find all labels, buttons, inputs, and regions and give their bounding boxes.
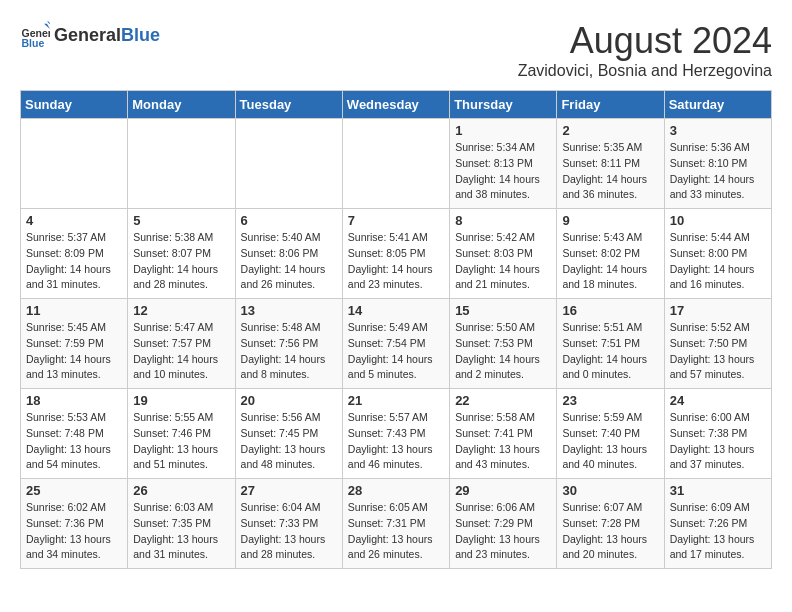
logo-icon: General Blue (20, 20, 50, 50)
day-number: 19 (133, 393, 229, 408)
day-info: Sunrise: 5:34 AM Sunset: 8:13 PM Dayligh… (455, 140, 551, 203)
calendar-table: SundayMondayTuesdayWednesdayThursdayFrid… (20, 90, 772, 569)
day-info: Sunrise: 5:53 AM Sunset: 7:48 PM Dayligh… (26, 410, 122, 473)
day-info: Sunrise: 5:35 AM Sunset: 8:11 PM Dayligh… (562, 140, 658, 203)
month-title: August 2024 (518, 20, 772, 62)
day-number: 8 (455, 213, 551, 228)
day-number: 12 (133, 303, 229, 318)
calendar-cell (235, 119, 342, 209)
weekday-header-monday: Monday (128, 91, 235, 119)
day-info: Sunrise: 6:03 AM Sunset: 7:35 PM Dayligh… (133, 500, 229, 563)
day-number: 1 (455, 123, 551, 138)
day-info: Sunrise: 5:37 AM Sunset: 8:09 PM Dayligh… (26, 230, 122, 293)
day-number: 11 (26, 303, 122, 318)
day-number: 25 (26, 483, 122, 498)
day-info: Sunrise: 5:52 AM Sunset: 7:50 PM Dayligh… (670, 320, 766, 383)
day-info: Sunrise: 5:40 AM Sunset: 8:06 PM Dayligh… (241, 230, 337, 293)
day-number: 24 (670, 393, 766, 408)
calendar-cell: 20Sunrise: 5:56 AM Sunset: 7:45 PM Dayli… (235, 389, 342, 479)
day-info: Sunrise: 5:59 AM Sunset: 7:40 PM Dayligh… (562, 410, 658, 473)
day-info: Sunrise: 6:05 AM Sunset: 7:31 PM Dayligh… (348, 500, 444, 563)
calendar-cell: 1Sunrise: 5:34 AM Sunset: 8:13 PM Daylig… (450, 119, 557, 209)
day-info: Sunrise: 5:51 AM Sunset: 7:51 PM Dayligh… (562, 320, 658, 383)
calendar-cell: 27Sunrise: 6:04 AM Sunset: 7:33 PM Dayli… (235, 479, 342, 569)
calendar-cell: 29Sunrise: 6:06 AM Sunset: 7:29 PM Dayli… (450, 479, 557, 569)
day-number: 14 (348, 303, 444, 318)
calendar-cell: 14Sunrise: 5:49 AM Sunset: 7:54 PM Dayli… (342, 299, 449, 389)
weekday-header-friday: Friday (557, 91, 664, 119)
calendar-cell: 6Sunrise: 5:40 AM Sunset: 8:06 PM Daylig… (235, 209, 342, 299)
day-number: 16 (562, 303, 658, 318)
day-number: 21 (348, 393, 444, 408)
calendar-cell: 24Sunrise: 6:00 AM Sunset: 7:38 PM Dayli… (664, 389, 771, 479)
day-info: Sunrise: 6:00 AM Sunset: 7:38 PM Dayligh… (670, 410, 766, 473)
day-number: 30 (562, 483, 658, 498)
weekday-header-tuesday: Tuesday (235, 91, 342, 119)
day-number: 4 (26, 213, 122, 228)
location-subtitle: Zavidovici, Bosnia and Herzegovina (518, 62, 772, 80)
day-number: 13 (241, 303, 337, 318)
logo-blue-text: Blue (121, 25, 160, 46)
calendar-week-3: 11Sunrise: 5:45 AM Sunset: 7:59 PM Dayli… (21, 299, 772, 389)
calendar-header-row: SundayMondayTuesdayWednesdayThursdayFrid… (21, 91, 772, 119)
day-info: Sunrise: 6:02 AM Sunset: 7:36 PM Dayligh… (26, 500, 122, 563)
calendar-cell: 26Sunrise: 6:03 AM Sunset: 7:35 PM Dayli… (128, 479, 235, 569)
day-info: Sunrise: 5:45 AM Sunset: 7:59 PM Dayligh… (26, 320, 122, 383)
title-block: August 2024 Zavidovici, Bosnia and Herze… (518, 20, 772, 80)
weekday-header-saturday: Saturday (664, 91, 771, 119)
day-info: Sunrise: 5:50 AM Sunset: 7:53 PM Dayligh… (455, 320, 551, 383)
day-number: 7 (348, 213, 444, 228)
calendar-cell: 21Sunrise: 5:57 AM Sunset: 7:43 PM Dayli… (342, 389, 449, 479)
calendar-cell: 10Sunrise: 5:44 AM Sunset: 8:00 PM Dayli… (664, 209, 771, 299)
calendar-cell: 5Sunrise: 5:38 AM Sunset: 8:07 PM Daylig… (128, 209, 235, 299)
weekday-header-sunday: Sunday (21, 91, 128, 119)
calendar-cell: 3Sunrise: 5:36 AM Sunset: 8:10 PM Daylig… (664, 119, 771, 209)
day-info: Sunrise: 6:04 AM Sunset: 7:33 PM Dayligh… (241, 500, 337, 563)
day-info: Sunrise: 5:41 AM Sunset: 8:05 PM Dayligh… (348, 230, 444, 293)
day-info: Sunrise: 5:38 AM Sunset: 8:07 PM Dayligh… (133, 230, 229, 293)
day-info: Sunrise: 5:56 AM Sunset: 7:45 PM Dayligh… (241, 410, 337, 473)
day-number: 18 (26, 393, 122, 408)
day-number: 6 (241, 213, 337, 228)
calendar-cell: 28Sunrise: 6:05 AM Sunset: 7:31 PM Dayli… (342, 479, 449, 569)
day-number: 2 (562, 123, 658, 138)
calendar-cell (128, 119, 235, 209)
day-number: 23 (562, 393, 658, 408)
day-info: Sunrise: 5:55 AM Sunset: 7:46 PM Dayligh… (133, 410, 229, 473)
calendar-week-2: 4Sunrise: 5:37 AM Sunset: 8:09 PM Daylig… (21, 209, 772, 299)
calendar-cell: 31Sunrise: 6:09 AM Sunset: 7:26 PM Dayli… (664, 479, 771, 569)
page-header: General Blue General Blue August 2024 Za… (20, 20, 772, 80)
calendar-week-4: 18Sunrise: 5:53 AM Sunset: 7:48 PM Dayli… (21, 389, 772, 479)
calendar-cell: 15Sunrise: 5:50 AM Sunset: 7:53 PM Dayli… (450, 299, 557, 389)
day-info: Sunrise: 5:49 AM Sunset: 7:54 PM Dayligh… (348, 320, 444, 383)
day-number: 15 (455, 303, 551, 318)
calendar-cell: 2Sunrise: 5:35 AM Sunset: 8:11 PM Daylig… (557, 119, 664, 209)
day-info: Sunrise: 5:57 AM Sunset: 7:43 PM Dayligh… (348, 410, 444, 473)
day-number: 31 (670, 483, 766, 498)
calendar-cell (342, 119, 449, 209)
day-info: Sunrise: 5:48 AM Sunset: 7:56 PM Dayligh… (241, 320, 337, 383)
calendar-cell: 23Sunrise: 5:59 AM Sunset: 7:40 PM Dayli… (557, 389, 664, 479)
day-number: 20 (241, 393, 337, 408)
day-number: 3 (670, 123, 766, 138)
calendar-cell: 16Sunrise: 5:51 AM Sunset: 7:51 PM Dayli… (557, 299, 664, 389)
day-info: Sunrise: 5:47 AM Sunset: 7:57 PM Dayligh… (133, 320, 229, 383)
calendar-cell: 8Sunrise: 5:42 AM Sunset: 8:03 PM Daylig… (450, 209, 557, 299)
day-info: Sunrise: 5:44 AM Sunset: 8:00 PM Dayligh… (670, 230, 766, 293)
day-info: Sunrise: 6:09 AM Sunset: 7:26 PM Dayligh… (670, 500, 766, 563)
day-number: 26 (133, 483, 229, 498)
day-info: Sunrise: 6:06 AM Sunset: 7:29 PM Dayligh… (455, 500, 551, 563)
calendar-cell: 18Sunrise: 5:53 AM Sunset: 7:48 PM Dayli… (21, 389, 128, 479)
calendar-cell: 19Sunrise: 5:55 AM Sunset: 7:46 PM Dayli… (128, 389, 235, 479)
calendar-cell: 22Sunrise: 5:58 AM Sunset: 7:41 PM Dayli… (450, 389, 557, 479)
day-number: 29 (455, 483, 551, 498)
calendar-cell: 17Sunrise: 5:52 AM Sunset: 7:50 PM Dayli… (664, 299, 771, 389)
day-number: 10 (670, 213, 766, 228)
calendar-week-1: 1Sunrise: 5:34 AM Sunset: 8:13 PM Daylig… (21, 119, 772, 209)
calendar-cell: 4Sunrise: 5:37 AM Sunset: 8:09 PM Daylig… (21, 209, 128, 299)
day-info: Sunrise: 5:58 AM Sunset: 7:41 PM Dayligh… (455, 410, 551, 473)
calendar-week-5: 25Sunrise: 6:02 AM Sunset: 7:36 PM Dayli… (21, 479, 772, 569)
day-info: Sunrise: 5:36 AM Sunset: 8:10 PM Dayligh… (670, 140, 766, 203)
logo: General Blue General Blue (20, 20, 160, 50)
day-number: 22 (455, 393, 551, 408)
